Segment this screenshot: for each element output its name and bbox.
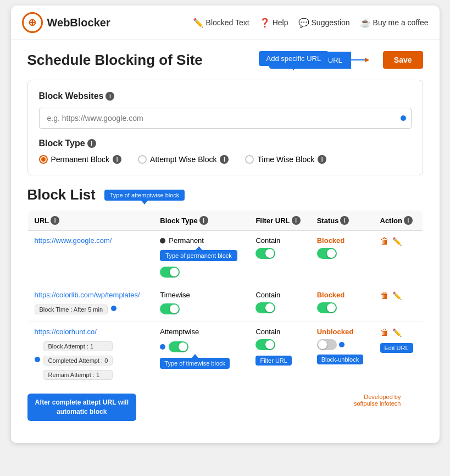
row3-status-toggle-thumb — [318, 340, 327, 349]
row3-edit-icon[interactable]: ✏️ — [392, 328, 402, 337]
row2-badge-blocktime: Block Time : After 5 min — [35, 305, 108, 314]
row1-status-toggle[interactable] — [317, 248, 367, 259]
row2-block-type-cell: Timewise — [153, 285, 249, 322]
row3-badge-attempt: Block Attempt : 1 — [43, 341, 113, 351]
col-url-info[interactable]: i — [51, 216, 59, 225]
row3-filter-toggle[interactable] — [255, 339, 275, 350]
save-button[interactable]: Save — [383, 51, 423, 69]
radio-permanent-circle — [39, 155, 48, 164]
row1-edit-icon[interactable]: ✏️ — [392, 237, 402, 246]
permanent-dot — [160, 238, 165, 243]
col-action-info[interactable]: i — [404, 216, 413, 225]
row3-url-cell: https://colorhunt.co/ Block Attempt : 1 … — [27, 322, 153, 386]
row1-type-toggle-track — [160, 267, 180, 278]
nav-suggestion[interactable]: 💬 Suggestion — [298, 18, 350, 28]
block-type-section: Block Type i Permanent Block i Attempt W… — [39, 139, 412, 164]
row2-status-toggle[interactable] — [317, 302, 367, 313]
logo-area: ⊕ WebBlocker — [22, 12, 110, 33]
radio-attempt[interactable]: Attempt Wise Block i — [138, 155, 229, 164]
radio-permanent-info[interactable]: i — [113, 155, 121, 164]
block-list-title: Block List — [27, 186, 96, 203]
logo-text: WebBlocker — [47, 16, 110, 29]
row3-block-type-cell: Attemptwise — [153, 322, 249, 386]
row2-type-toggle[interactable] — [160, 303, 180, 314]
radio-attempt-label: Attempt Wise Block — [150, 155, 216, 164]
block-type-info-icon[interactable]: i — [87, 139, 96, 148]
row2-status-label: Blocked — [317, 291, 367, 299]
row3-action-cell: 🗑 ✏️ Edit URL — [374, 322, 423, 386]
row1-filter-toggle[interactable] — [255, 248, 303, 259]
row3-status-toggle-track — [317, 339, 337, 350]
row3-status-toggle[interactable] — [317, 339, 337, 350]
row3-type-toggle-thumb — [179, 342, 187, 351]
radio-attempt-info[interactable]: i — [220, 155, 229, 164]
page-content: Schedule Blocking of Site Save & Update … — [11, 40, 440, 432]
row1-filter-toggle-track — [255, 248, 275, 259]
row2-url-link[interactable]: https://colorlib.com/wp/templates/ — [35, 291, 140, 299]
row2-filter-toggle[interactable] — [255, 302, 303, 313]
row2-type-toggle-thumb — [170, 305, 179, 313]
row3-delete-icon[interactable]: 🗑 — [380, 328, 389, 337]
col-status: Status i — [310, 211, 374, 231]
row2-status-toggle-thumb — [327, 303, 336, 312]
row1-filter-label: Contain — [255, 236, 303, 245]
radio-attempt-circle — [138, 155, 147, 164]
row2-filter-toggle-track — [255, 302, 275, 313]
add-url-button[interactable]: Add specific URL — [259, 51, 329, 66]
row2-block-type-area: Timewise — [160, 291, 242, 316]
blocktime-dot — [111, 306, 116, 311]
row2-edit-icon[interactable]: ✏️ — [392, 291, 402, 300]
block-type-title: Block Type i — [39, 139, 412, 148]
url-input[interactable] — [39, 108, 412, 129]
radio-permanent[interactable]: Permanent Block i — [39, 155, 122, 164]
radio-time-circle — [245, 155, 254, 164]
row2-filter-cell: Contain — [249, 285, 310, 322]
block-websites-panel: Block Websites i Add specific URL Block … — [27, 80, 423, 175]
block-table: URL i Block Type i Filte — [27, 210, 423, 386]
row2-url-cell: https://colorlib.com/wp/templates/ Block… — [27, 285, 153, 322]
row1-type-toggle[interactable] — [160, 267, 180, 278]
col-block-type-info[interactable]: i — [199, 216, 208, 225]
schedule-header: Schedule Blocking of Site Save & Update … — [27, 51, 423, 69]
row3-badge-remain: Remain Attempt : 1 — [43, 370, 113, 380]
radio-time[interactable]: Time Wise Block i — [245, 155, 326, 164]
filter-url-annotation: Filter URL — [255, 356, 292, 366]
footer-area: Developed by softpulse infotech — [337, 394, 423, 407]
col-url: URL i — [27, 211, 153, 231]
url-input-container — [39, 108, 412, 129]
row3-filter-label: Contain — [255, 328, 303, 336]
block-type-row: Permanent Block i Attempt Wise Block i T… — [39, 155, 412, 164]
col-filter-info[interactable]: i — [292, 216, 301, 225]
nav-help-label: Help — [273, 18, 288, 27]
row1-url-link[interactable]: https://www.google.com/ — [35, 236, 112, 245]
row3-filter-cell: Contain Filter URL — [249, 322, 310, 386]
nav-help[interactable]: ❓ Help — [259, 18, 288, 28]
row3-url-link[interactable]: https://colorhunt.co/ — [35, 328, 97, 336]
row2-filter-label: Contain — [255, 291, 303, 299]
row1-action-cell: 🗑 ✏️ — [374, 231, 423, 285]
row1-filter-area: Contain — [255, 236, 303, 259]
nav-coffee-label: Buy me a coffee — [373, 18, 429, 27]
row1-delete-icon[interactable]: 🗑 — [380, 236, 389, 246]
nav-blocked-text-label: Blocked Text — [206, 18, 249, 27]
footer-company: softpulse infotech — [354, 400, 401, 407]
attemptwise-block-tooltip: Type of attemptwise block — [104, 190, 185, 201]
help-icon: ❓ — [259, 18, 270, 28]
footer-developed-by: Developed by — [364, 394, 401, 400]
row1-block-type-label: Permanent — [169, 236, 204, 245]
row2-filter-toggle-thumb — [265, 303, 274, 312]
col-status-info[interactable]: i — [340, 216, 349, 225]
row2-delete-icon[interactable]: 🗑 — [380, 291, 389, 301]
nav-coffee[interactable]: ☕ Buy me a coffee — [360, 18, 429, 28]
radio-time-info[interactable]: i — [318, 155, 326, 164]
nav-blocked-text[interactable]: ✏️ Blocked Text — [193, 18, 249, 28]
nav-suggestion-label: Suggestion — [312, 18, 350, 27]
block-websites-info-icon[interactable]: i — [105, 92, 114, 101]
row3-type-toggle[interactable] — [169, 341, 188, 352]
logo-icon: ⊕ — [22, 12, 43, 33]
table-row: https://www.google.com/ Permanent Type o… — [27, 231, 423, 285]
table-row: https://colorlib.com/wp/templates/ Block… — [27, 285, 423, 322]
main-container: ⊕ WebBlocker ✏️ Blocked Text ❓ Help 💬 Su… — [11, 5, 440, 443]
row2-action-cell: 🗑 ✏️ Delete blocked URL — [374, 285, 423, 322]
header: ⊕ WebBlocker ✏️ Blocked Text ❓ Help 💬 Su… — [11, 5, 440, 40]
